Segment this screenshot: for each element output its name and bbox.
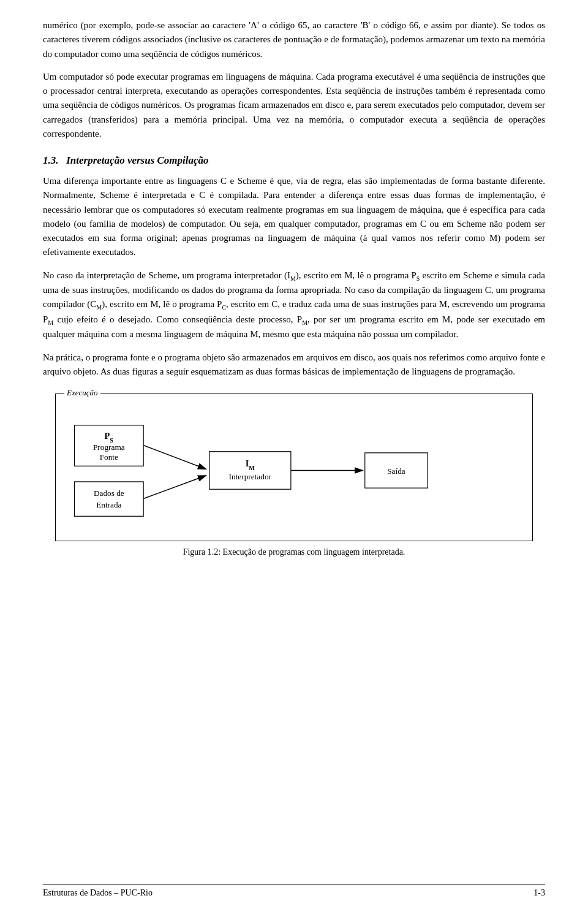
paragraph-4: No caso da interpretação de Scheme, um p…: [43, 268, 545, 342]
page: numérico (por exemplo, pode-se associar …: [0, 0, 588, 618]
svg-text:Dados de: Dados de: [94, 489, 124, 498]
svg-text:Entrada: Entrada: [96, 500, 121, 509]
diagram-label-execucao: Execução: [64, 388, 100, 398]
footer-left: Estruturas de Dados – PUC-Rio: [43, 888, 153, 898]
footer-right: 1-3: [533, 888, 545, 898]
paragraph-3: Uma diferença importante entre as lingua…: [43, 174, 545, 260]
svg-text:Saída: Saída: [387, 466, 405, 476]
figure-caption: Figura 1.2: Execução de programas com li…: [43, 547, 545, 557]
section-heading: 1.3. Interpretação versus Compilação: [43, 154, 545, 167]
paragraph-5: Na prática, o programa fonte e o program…: [43, 351, 545, 379]
paragraph-1: numérico (por exemplo, pode-se associar …: [43, 18, 545, 61]
svg-rect-4: [74, 482, 143, 516]
diagram-container: Execução PS Programa Fonte Dados de Entr…: [55, 394, 533, 541]
diagram-svg: PS Programa Fonte Dados de Entrada IM In…: [62, 406, 526, 532]
section-title: Interpretação versus Compilação: [66, 154, 208, 166]
section-number: 1.3.: [43, 154, 59, 166]
svg-text:Fonte: Fonte: [100, 452, 118, 462]
svg-text:Interpretador: Interpretador: [229, 472, 272, 481]
footer: Estruturas de Dados – PUC-Rio 1-3: [43, 884, 545, 898]
svg-line-7: [143, 446, 206, 470]
svg-line-8: [143, 476, 206, 499]
paragraph-2: Um computador só pode executar programas…: [43, 70, 545, 141]
svg-text:Programa: Programa: [93, 443, 125, 452]
